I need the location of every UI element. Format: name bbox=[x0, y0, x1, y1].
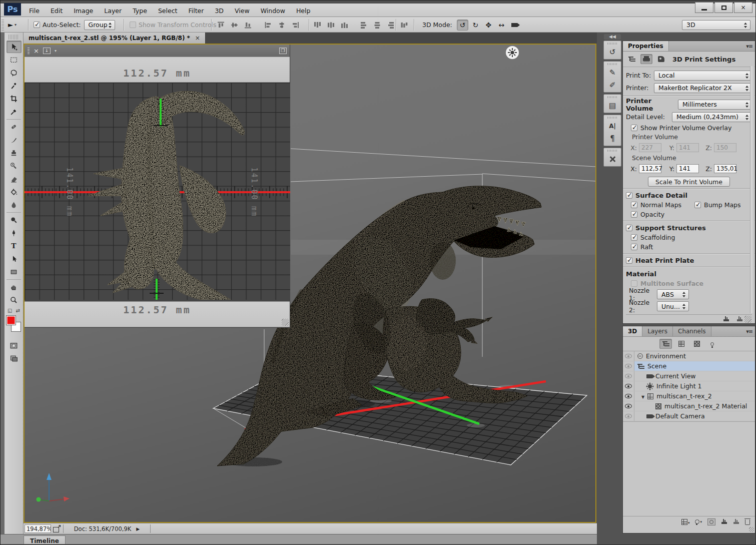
auto-select-dropdown[interactable]: Group bbox=[84, 20, 115, 30]
crop-tool[interactable] bbox=[7, 93, 22, 105]
close-tab-icon[interactable]: × bbox=[195, 35, 200, 42]
heat-print-plate-checkbox[interactable] bbox=[626, 257, 632, 264]
panel-grip-icon[interactable] bbox=[28, 47, 30, 54]
resize-grip[interactable] bbox=[282, 319, 289, 326]
menu-image[interactable]: Image bbox=[69, 6, 98, 16]
support-structures-checkbox[interactable] bbox=[626, 225, 632, 231]
delete-icon[interactable] bbox=[745, 519, 750, 525]
visibility-toggle[interactable] bbox=[623, 401, 634, 411]
view-options-icon[interactable]: ↓ bbox=[43, 48, 51, 54]
scene-settings-icon[interactable] bbox=[626, 54, 638, 64]
distribute-hcenter-icon[interactable] bbox=[374, 22, 381, 29]
tab-properties[interactable]: Properties bbox=[623, 41, 669, 51]
workspace-dropdown[interactable]: 3D bbox=[682, 20, 750, 30]
nozzle1-dropdown[interactable]: ABS bbox=[657, 289, 689, 299]
visibility-toggle[interactable] bbox=[623, 411, 634, 421]
scrollbar[interactable] bbox=[750, 66, 754, 313]
menu-window[interactable]: Window bbox=[256, 6, 290, 16]
orbit-icon[interactable]: ↺ bbox=[457, 20, 468, 31]
row-scene[interactable]: Scene bbox=[623, 361, 755, 371]
dodge-tool[interactable] bbox=[7, 214, 22, 226]
eraser-tool[interactable] bbox=[7, 173, 22, 185]
add-light-icon[interactable]: ▾ bbox=[695, 519, 702, 524]
resize-grip[interactable] bbox=[744, 316, 751, 323]
row-environment[interactable]: Environment bbox=[623, 351, 755, 361]
row-mesh[interactable]: multiscan_t-rex_2 bbox=[623, 391, 755, 401]
zoom-tool[interactable] bbox=[7, 294, 22, 306]
align-hcenter-icon[interactable] bbox=[278, 22, 286, 29]
slide-icon[interactable]: ↔ bbox=[496, 20, 507, 31]
align-left-icon[interactable] bbox=[265, 22, 272, 29]
magic-wand-tool[interactable] bbox=[7, 80, 22, 92]
doc-size-readout[interactable]: Doc: 531,6K/700,9K▶ bbox=[63, 524, 151, 533]
paragraph-icon[interactable]: ¶ bbox=[604, 132, 621, 145]
eyedropper-tool[interactable] bbox=[7, 106, 22, 118]
brush-tool[interactable] bbox=[7, 134, 22, 146]
top-view[interactable]: 141.00 mm 141.00 mm bbox=[25, 83, 290, 300]
start-print-icon[interactable] bbox=[723, 316, 729, 322]
normal-maps-checkbox[interactable] bbox=[631, 202, 637, 208]
auto-align-icon[interactable] bbox=[400, 22, 408, 29]
close-secondary-view-icon[interactable]: × bbox=[34, 47, 39, 55]
maximize-button[interactable] bbox=[714, 2, 733, 13]
chevron-down-icon[interactable]: ▾ bbox=[55, 49, 57, 53]
row-current-view[interactable]: Current View bbox=[623, 371, 755, 381]
toolbar-grip[interactable] bbox=[9, 35, 19, 40]
distribute-bottom-icon[interactable] bbox=[341, 22, 348, 29]
menu-filter[interactable]: Filter bbox=[184, 6, 208, 16]
row-infinite-light[interactable]: Infinite Light 1 bbox=[623, 381, 755, 391]
units-dropdown[interactable]: Millimeters bbox=[678, 100, 752, 110]
3d-light-widget[interactable] bbox=[506, 46, 519, 59]
detail-level-dropdown[interactable]: Medium (0,243mm) bbox=[672, 112, 752, 122]
default-colors-icon[interactable]: ◱ bbox=[8, 308, 12, 313]
canvas[interactable]: × ↓ ▾ ❐ 112.57 mm 141.00 mm 141.00 mm bbox=[24, 44, 596, 523]
align-vcenter-icon[interactable] bbox=[231, 22, 238, 29]
add-mesh-icon[interactable]: ▾ bbox=[681, 519, 690, 525]
healing-brush-tool[interactable] bbox=[7, 121, 22, 133]
visibility-toggle[interactable] bbox=[623, 381, 634, 391]
row-default-camera[interactable]: Default Camera bbox=[623, 411, 755, 421]
bump-maps-checkbox[interactable] bbox=[694, 202, 701, 208]
move-tool[interactable] bbox=[7, 41, 22, 53]
camera-icon[interactable] bbox=[509, 20, 520, 31]
panel-menu-icon[interactable]: ▾≡ bbox=[746, 43, 752, 50]
show-volume-overlay-checkbox[interactable] bbox=[631, 125, 637, 131]
quick-mask-button[interactable] bbox=[7, 339, 22, 352]
mesh-filter-icon[interactable] bbox=[675, 339, 687, 349]
brush-presets-icon[interactable]: ✎ bbox=[604, 66, 621, 79]
axis-gizmo[interactable] bbox=[37, 473, 70, 502]
export-icon[interactable] bbox=[53, 525, 61, 532]
expander-icon[interactable] bbox=[641, 392, 644, 400]
tab-layers[interactable]: Layers bbox=[642, 326, 673, 336]
align-top-icon[interactable] bbox=[217, 22, 225, 29]
menu-edit[interactable]: Edit bbox=[46, 6, 67, 16]
print-3d-icon[interactable] bbox=[721, 519, 727, 524]
nozzle2-dropdown[interactable]: Unu... bbox=[657, 301, 689, 311]
menu-layer[interactable]: Layer bbox=[100, 6, 126, 16]
hand-tool[interactable] bbox=[7, 281, 22, 293]
menu-select[interactable]: Select bbox=[154, 6, 182, 16]
tools-icon[interactable] bbox=[604, 153, 621, 165]
opacity-checkbox[interactable] bbox=[631, 211, 637, 218]
menu-type[interactable]: Type bbox=[128, 6, 152, 16]
lasso-tool[interactable] bbox=[7, 67, 22, 79]
scale-to-print-volume-button[interactable]: Scale To Print Volume bbox=[648, 177, 730, 187]
scene-volume-x[interactable]: 112,57 bbox=[639, 164, 661, 173]
print-settings-icon[interactable] bbox=[640, 54, 652, 64]
visibility-toggle[interactable] bbox=[623, 391, 634, 401]
document-tab[interactable]: multiscan_t-rex_2.stl @ 195% (Layer 1, R… bbox=[24, 33, 206, 44]
type-tool[interactable]: T bbox=[7, 240, 22, 252]
swap-view-icon[interactable]: ❐ bbox=[279, 48, 287, 54]
shape-tool[interactable] bbox=[7, 266, 22, 278]
foreground-color[interactable] bbox=[6, 315, 16, 325]
scene-volume-z[interactable]: 135,01 bbox=[714, 164, 736, 173]
path-selection-tool[interactable] bbox=[7, 253, 22, 265]
zoom-level-field[interactable]: 194,87% bbox=[25, 524, 51, 533]
align-right-icon[interactable] bbox=[292, 22, 299, 29]
scaffolding-checkbox[interactable] bbox=[631, 234, 637, 241]
history-icon[interactable]: ↺ bbox=[604, 46, 621, 58]
menu-file[interactable]: File bbox=[25, 6, 44, 16]
status-arrow-icon[interactable]: ▶ bbox=[136, 526, 140, 531]
screen-mode-button[interactable] bbox=[7, 352, 22, 365]
printer-dropdown[interactable]: MakerBot Replicator 2X bbox=[654, 83, 752, 93]
